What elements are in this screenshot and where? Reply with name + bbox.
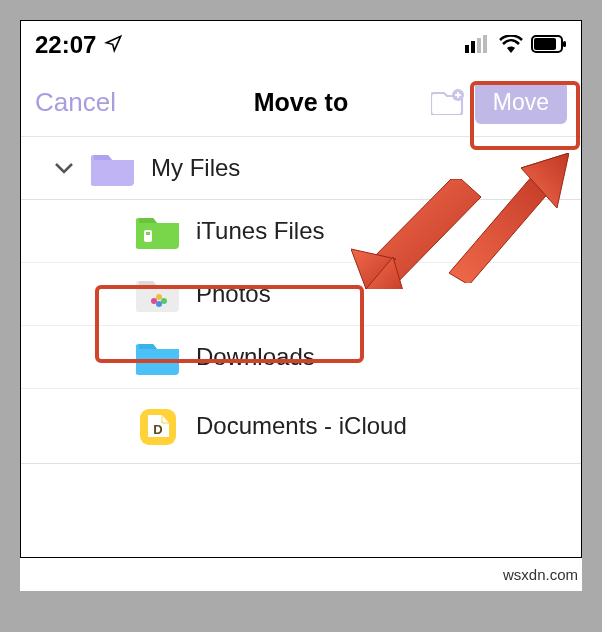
page-title: Move to bbox=[254, 88, 348, 117]
svg-rect-2 bbox=[477, 38, 481, 53]
folder-icon bbox=[136, 275, 182, 313]
folder-icon bbox=[136, 212, 182, 250]
wifi-icon bbox=[499, 31, 523, 59]
battery-icon bbox=[531, 31, 567, 59]
folder-row-photos[interactable]: Photos bbox=[21, 263, 581, 326]
location-icon bbox=[104, 31, 123, 59]
svg-rect-1 bbox=[471, 41, 475, 53]
folder-row-myfiles[interactable]: My Files bbox=[21, 137, 581, 200]
status-bar: 22:07 bbox=[21, 21, 581, 69]
svg-rect-11 bbox=[146, 232, 150, 235]
folder-row-itunes[interactable]: iTunes Files bbox=[21, 200, 581, 263]
cancel-button[interactable]: Cancel bbox=[35, 87, 116, 118]
folder-row-icloud[interactable]: D Documents - iCloud bbox=[21, 389, 581, 464]
folder-row-downloads[interactable]: Downloads bbox=[21, 326, 581, 389]
svg-text:D: D bbox=[153, 422, 162, 437]
svg-rect-3 bbox=[483, 35, 487, 53]
svg-point-13 bbox=[151, 298, 157, 304]
move-button[interactable]: Move bbox=[475, 81, 567, 124]
app-icon-documents: D bbox=[136, 407, 182, 445]
folder-list: My Files iTunes Files bbox=[21, 137, 581, 557]
folder-icon bbox=[136, 338, 182, 376]
folder-label: My Files bbox=[151, 154, 240, 182]
svg-rect-6 bbox=[563, 41, 566, 47]
status-indicators bbox=[465, 31, 567, 59]
status-time-area: 22:07 bbox=[35, 31, 123, 59]
status-time: 22:07 bbox=[35, 31, 96, 59]
svg-point-15 bbox=[156, 301, 162, 307]
nav-bar: Cancel Move to Move bbox=[21, 69, 581, 137]
folder-label: Documents - iCloud bbox=[196, 412, 407, 440]
chevron-down-icon[interactable] bbox=[51, 155, 77, 181]
empty-area bbox=[21, 464, 581, 557]
svg-rect-0 bbox=[465, 45, 469, 53]
new-folder-icon[interactable] bbox=[431, 87, 465, 119]
folder-icon bbox=[91, 149, 137, 187]
svg-point-12 bbox=[156, 294, 162, 300]
cellular-icon bbox=[465, 31, 491, 59]
folder-label: Downloads bbox=[196, 343, 315, 371]
folder-label: Photos bbox=[196, 280, 271, 308]
attribution-text: wsxdn.com bbox=[20, 558, 582, 591]
folder-label: iTunes Files bbox=[196, 217, 324, 245]
svg-rect-5 bbox=[534, 38, 556, 50]
svg-rect-10 bbox=[144, 230, 152, 242]
svg-point-14 bbox=[161, 298, 167, 304]
